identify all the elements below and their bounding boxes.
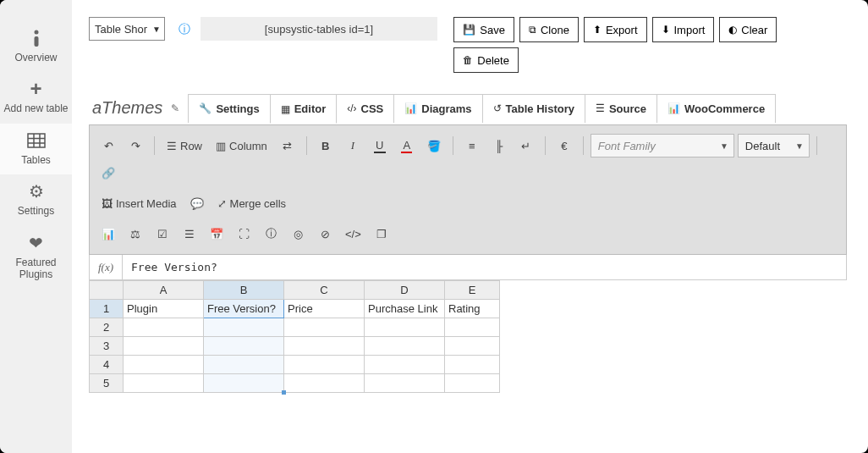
row-header-5[interactable]: 5 [90,374,124,393]
redo-button[interactable]: ↷ [124,134,147,157]
shortcode-type-select[interactable]: Table Shor ▼ [89,17,165,41]
sidebar-item-label: Tables [21,154,51,166]
save-button[interactable]: 💾Save [453,17,514,42]
download-icon: ⬇ [662,24,670,36]
cell-e1[interactable]: Rating [445,300,500,318]
list-box-icon[interactable]: ☰ [178,222,201,246]
cell-d2[interactable] [365,318,445,337]
cell-e4[interactable] [445,356,500,374]
font-size-select[interactable]: Default▼ [738,134,810,157]
text-color-button[interactable]: A [395,134,419,157]
col-header-b[interactable]: B [204,281,284,300]
list-icon: ☰ [167,140,177,152]
fx-label: f(x) [90,255,123,279]
cell-a2[interactable] [124,318,204,337]
edit-box-icon[interactable]: ☑ [151,222,174,246]
cell-c3[interactable] [284,337,365,356]
align-left-button[interactable]: ≡ [460,134,484,157]
calendar-icon[interactable]: 📅 [205,222,228,246]
sidebar-item-tables[interactable]: Tables [0,124,72,174]
italic-button[interactable]: I [341,134,365,157]
code-box-icon[interactable]: </> [340,222,366,246]
sidebar-item-add-new-table[interactable]: + Add new table [0,72,72,123]
target-icon[interactable]: ◎ [286,222,310,246]
pencil-icon[interactable]: ✎ [171,102,179,114]
tab-table-history[interactable]: ↺Table History [482,94,585,123]
col-header-c[interactable]: C [284,281,365,300]
cell-e5[interactable] [445,374,500,393]
grid-icon [27,130,46,151]
formula-input[interactable] [123,261,846,273]
history-icon: ↺ [493,102,502,114]
cell-d4[interactable] [365,356,445,374]
tab-woocommerce[interactable]: 📊WooCommerce [656,94,776,123]
cell-b1[interactable]: Free Version? [204,300,284,318]
cell-a4[interactable] [124,356,204,374]
cell-a1[interactable]: Plugin [124,300,204,318]
tab-settings[interactable]: 🔧Settings [188,94,270,123]
col-header-d[interactable]: D [365,281,445,300]
cell-c2[interactable] [284,318,365,337]
sidebar-item-overview[interactable]: Overview [0,21,72,72]
swap-icon[interactable]: ⇄ [276,134,299,157]
stack-icon: ☰ [596,102,605,114]
clear-button[interactable]: ◐Clear [719,17,777,42]
sidebar-item-featured-plugins[interactable]: ❤ Featured Plugins [0,226,72,290]
currency-button[interactable]: € [552,134,576,157]
cell-e2[interactable] [445,318,500,337]
col-header-a[interactable]: A [124,281,204,300]
font-family-select[interactable]: Font Family▼ [591,134,734,157]
import-button[interactable]: ⬇Import [652,17,715,42]
row-header-1[interactable]: 1 [90,300,124,318]
insert-media-button[interactable]: 🖼Insert Media [96,191,182,215]
info-box-icon[interactable]: ⓘ [259,222,283,246]
tab-editor[interactable]: ▦Editor [270,94,338,124]
row-header-3[interactable]: 3 [90,337,124,356]
columns-icon: ▥ [216,140,226,152]
merge-cells-button[interactable]: ⤢Merge cells [212,191,291,215]
row-header-2[interactable]: 2 [90,318,124,337]
select-value: Table Shor [95,23,147,36]
cell-c5[interactable] [284,374,365,393]
tab-source[interactable]: ☰Source [585,94,657,123]
shortcode-input[interactable] [201,17,437,41]
row-header-4[interactable]: 4 [90,356,124,374]
sidebar-item-settings[interactable]: ⚙ Settings [0,174,72,225]
cell-c4[interactable] [284,356,365,374]
chart-icon[interactable]: 📊 [96,222,120,246]
cell-a5[interactable] [124,374,204,393]
underline-button[interactable]: U [368,134,392,157]
tab-diagrams[interactable]: 📊Diagrams [393,94,482,123]
cell-e3[interactable] [445,337,500,356]
clone-button[interactable]: ⧉Clone [519,17,579,42]
row-button[interactable]: ☰Row [162,134,207,157]
cell-b5[interactable] [204,374,284,393]
undo-button[interactable]: ↶ [96,134,120,157]
col-header-e[interactable]: E [445,281,500,300]
balance-icon[interactable]: ⚖ [124,222,147,246]
cell-c1[interactable]: Price [284,300,365,318]
comment-button[interactable]: 💬 [185,191,209,215]
bold-button[interactable]: B [314,134,338,157]
cell-a3[interactable] [124,337,204,356]
align-vertical-button[interactable]: ╟ [487,134,511,157]
cell-d3[interactable] [365,337,445,356]
cell-d1[interactable]: Purchase Link [365,300,445,318]
wrap-button[interactable]: ↵ [514,134,538,157]
cell-b3[interactable] [204,337,284,356]
column-button[interactable]: ▥Column [211,134,272,157]
info-icon[interactable]: ⓘ [179,22,190,37]
fill-color-button[interactable]: 🪣 [422,134,446,157]
plus-icon: + [30,79,41,99]
export-button[interactable]: ⬆Export [584,17,647,42]
expand-box-icon[interactable]: ⛶ [232,222,255,246]
corner-cell[interactable] [90,281,124,300]
link-button[interactable]: 🔗 [96,161,120,185]
cell-b4[interactable] [204,356,284,374]
cell-d5[interactable] [365,374,445,393]
delete-button[interactable]: 🗑Delete [453,47,519,73]
cancel-box-icon[interactable]: ⊘ [313,222,337,246]
cell-b2[interactable] [204,318,284,337]
window-icon[interactable]: ❐ [370,222,393,246]
tab-css[interactable]: ‹/›CSS [336,94,394,123]
